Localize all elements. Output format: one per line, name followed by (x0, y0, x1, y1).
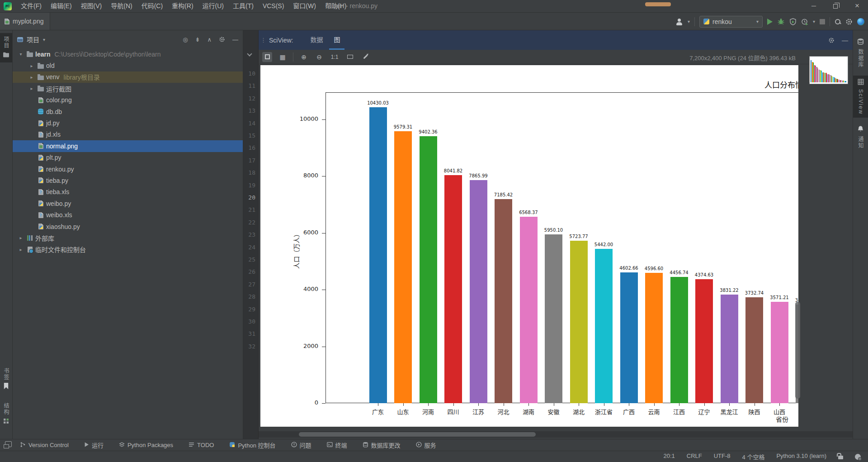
tree-item-plt.py[interactable]: plt.py (13, 152, 243, 163)
lock-icon[interactable] (838, 456, 843, 459)
collapse-all-icon[interactable]: ∧ (207, 36, 212, 43)
line-number-25: 25 (244, 256, 255, 263)
menu-导航(N)[interactable]: 导航(N) (106, 0, 137, 12)
stop-button[interactable] (820, 19, 825, 24)
gear-icon[interactable] (219, 36, 225, 43)
chevron-down-icon[interactable]: ▾ (43, 37, 45, 42)
status-20:1[interactable]: 20:1 (663, 452, 675, 461)
chevron-right-icon[interactable]: ▸ (27, 75, 36, 80)
fit-zoom-icon[interactable] (262, 52, 272, 62)
tree-item-tieba.py[interactable]: tieba.py (13, 175, 243, 186)
chevron-right-icon[interactable]: ▸ (27, 86, 36, 91)
hide-icon[interactable]: — (842, 37, 848, 44)
menu-重构(R)[interactable]: 重构(R) (167, 0, 198, 12)
chevron-right-icon[interactable]: ▸ (16, 247, 25, 252)
drag-handle-icon[interactable]: ⋮ (260, 37, 266, 43)
chevron-down-icon[interactable] (247, 51, 252, 56)
chevron-down-icon[interactable]: ▾ (16, 52, 25, 57)
packages-icon (119, 442, 125, 449)
hide-icon[interactable]: — (232, 36, 238, 43)
chevron-right-icon[interactable]: ▸ (16, 235, 25, 240)
settings-gear-icon[interactable] (845, 18, 853, 25)
tool-button-TODO[interactable]: TODO (189, 442, 214, 449)
tree-item-weibo.py[interactable]: weibo.py (13, 198, 243, 209)
tool-button-Version Control[interactable]: Version Control (20, 442, 69, 449)
edit-icon[interactable] (360, 52, 370, 62)
scroll-to-source-icon[interactable]: ⇟ (195, 36, 200, 43)
gear-icon[interactable] (828, 37, 835, 43)
menu-编辑(E)[interactable]: 编辑(E) (46, 0, 76, 12)
status-Python 3.10 (learn)[interactable]: Python 3.10 (learn) (776, 452, 826, 461)
tree-item-color.png[interactable]: color.png (13, 95, 243, 106)
search-everywhere-icon[interactable] (835, 19, 841, 25)
tree-item-jd.xls[interactable]: jd.xls (13, 129, 243, 140)
menu-文件(F)[interactable]: 文件(F) (16, 0, 46, 12)
tool-button-运行[interactable]: 运行 (84, 441, 104, 449)
tool-button-问题[interactable]: 问题 (291, 441, 311, 449)
grid-icon[interactable]: ▦ (278, 52, 288, 62)
stripe-tab-结构[interactable]: 结构 (0, 400, 12, 429)
actual-size-icon[interactable]: 1:1 (330, 52, 340, 62)
tree-item-learn[interactable]: ▾learnC:\Users\i\Desktop\Code\python\lea… (13, 48, 243, 60)
tree-item-tieba.xls[interactable]: tieba.xls (13, 186, 243, 198)
tree-item-临时文件和控制台[interactable]: ▸临时文件和控制台 (13, 244, 243, 255)
chevron-down-icon[interactable]: ▾ (688, 19, 690, 24)
tree-item-xiaoshuo.py[interactable]: xiaoshuo.py (13, 221, 243, 232)
locate-icon[interactable]: ◎ (183, 36, 188, 43)
tree-item-jd.py[interactable]: jd.py (13, 117, 243, 129)
minimize-button[interactable]: ─ (803, 0, 825, 13)
vertical-scrollbar[interactable] (795, 302, 800, 399)
run-button[interactable] (767, 19, 773, 25)
tree-item-db.db[interactable]: db.db (13, 106, 243, 117)
tool-button-Python Packages[interactable]: Python Packages (119, 442, 173, 449)
stripe-tab-数据库[interactable]: 数据库 (853, 35, 868, 71)
debug-button[interactable] (777, 18, 785, 25)
status-UTF-8[interactable]: UTF-8 (714, 452, 731, 461)
tree-item-venv[interactable]: ▸venvlibrary根目录 (13, 71, 243, 83)
menu-VCS(S)[interactable]: VCS(S) (258, 0, 288, 12)
bar-浙江省 (595, 249, 613, 403)
horizontal-scrollbar[interactable] (299, 432, 536, 437)
coverage-button[interactable] (789, 18, 797, 25)
tab-myplot[interactable]: myplot.png (0, 13, 50, 30)
tool-button-终端[interactable]: 终端 (327, 441, 347, 449)
zoom-out-icon[interactable]: ⊖ (314, 52, 324, 62)
tree-item-normal.png[interactable]: normal.png (13, 140, 243, 152)
highlighting-level-icon[interactable] (855, 454, 861, 460)
tree-item-weibo.xls[interactable]: weibo.xls (13, 209, 243, 220)
tree-item-运行截图[interactable]: ▸运行截图 (13, 83, 243, 94)
chevron-right-icon[interactable]: ▸ (27, 63, 36, 68)
tab-data[interactable]: 数据 (305, 30, 328, 50)
stripe-tab-SciView[interactable]: SciView (853, 76, 868, 118)
stripe-tab-项目[interactable]: 项目 (0, 33, 12, 62)
run-config-select[interactable]: renkou ▾ (699, 16, 763, 28)
tool-window-switcher-icon[interactable] (5, 441, 12, 447)
close-button[interactable]: × (846, 0, 868, 13)
tree-item-外部库[interactable]: ▸外部库 (13, 232, 243, 243)
tool-button-服务[interactable]: 服务 (416, 441, 436, 449)
menu-代码(C)[interactable]: 代码(C) (137, 0, 167, 12)
db-icon (36, 109, 45, 114)
tool-button-Python 控制台[interactable]: Python 控制台 (229, 441, 275, 449)
editor-tab-bar: myplot.png ▾ renkou ▾ ▾ (0, 13, 868, 30)
tree-item-renkou.py[interactable]: renkou.py (13, 163, 243, 175)
bottom-tool-stripe: Version Control运行Python PackagesTODOPyth… (0, 439, 868, 451)
user-icon[interactable] (676, 18, 683, 25)
profiler-button[interactable] (801, 18, 808, 25)
tab-plot[interactable]: 图 (328, 30, 345, 50)
tree-item-old[interactable]: ▸old (13, 60, 243, 71)
menu-工具(T)[interactable]: 工具(T) (228, 0, 258, 12)
status-CRLF[interactable]: CRLF (687, 452, 702, 461)
code-with-me-icon[interactable] (857, 18, 864, 25)
frame-icon[interactable] (345, 52, 355, 62)
menu-窗口(W)[interactable]: 窗口(W) (288, 0, 321, 12)
status-4 个空格[interactable]: 4 个空格 (742, 452, 765, 461)
menu-运行(U)[interactable]: 运行(U) (198, 0, 228, 12)
tool-button-数据库更改[interactable]: 数据库更改 (363, 441, 401, 449)
chevron-down-icon[interactable]: ▾ (813, 19, 815, 24)
stripe-tab-通知[interactable]: 通知 (853, 122, 868, 152)
stripe-tab-书签[interactable]: 书签 (0, 365, 12, 394)
menu-视图(V)[interactable]: 视图(V) (76, 0, 107, 12)
restore-button[interactable] (825, 0, 846, 13)
zoom-in-icon[interactable]: ⊕ (299, 52, 309, 62)
